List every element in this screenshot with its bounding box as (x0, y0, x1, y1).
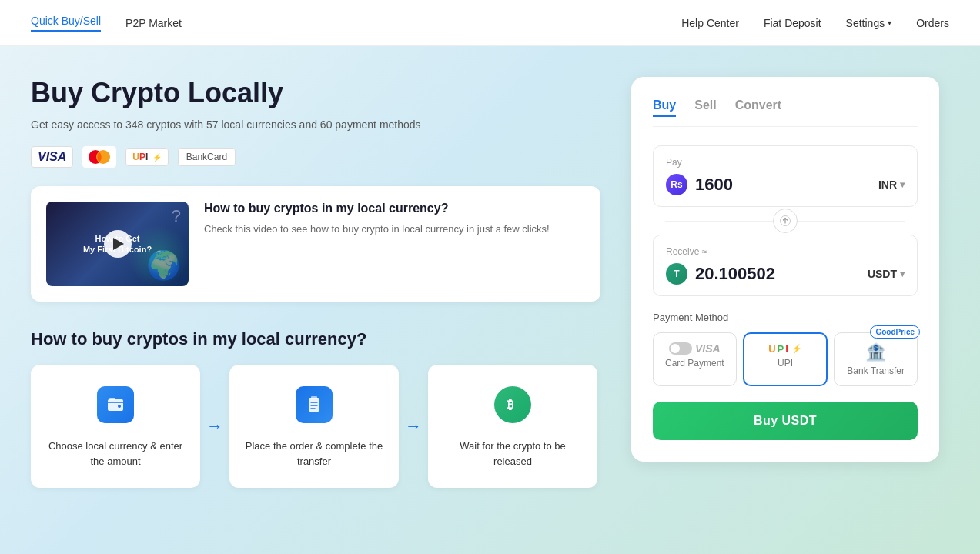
step-1-text: Choose local currency & enter the amount (43, 439, 188, 469)
pay-field-left: Rs (666, 174, 772, 195)
hero-subtitle: Get easy access to 348 cryptos with 57 l… (31, 118, 600, 131)
pay-field-box: Pay Rs INR ▾ (653, 145, 918, 207)
left-panel: Buy Crypto Locally Get easy access to 34… (31, 77, 600, 488)
pay-currency-selector[interactable]: INR ▾ (878, 179, 905, 191)
step-1-icon (94, 383, 137, 426)
step-card-2: Place the order & complete the transfer (229, 365, 399, 488)
pay-amount-input[interactable] (695, 175, 772, 195)
tab-sell[interactable]: Sell (694, 98, 716, 117)
svg-rect-3 (108, 399, 123, 411)
tab-buy[interactable]: Buy (653, 98, 676, 117)
pay-field-row: Rs INR ▾ (666, 174, 905, 195)
tab-convert[interactable]: Convert (735, 98, 781, 117)
steps-row: Choose local currency & enter the amount… (31, 365, 600, 488)
bank-icon: 🏦 (865, 342, 886, 362)
upi-lightning-icon: ⚡ (791, 344, 802, 354)
receive-amount: 20.100502 (695, 264, 775, 284)
payment-method-label: Payment Method (653, 312, 918, 323)
step-card-3: ₿ Wait for the crypto to be released (428, 365, 597, 488)
visa-logo: VISA (31, 146, 73, 168)
upi-payment-name: UPI (778, 358, 793, 369)
swap-button[interactable] (773, 209, 798, 233)
step-card-1: Choose local currency & enter the amount (31, 365, 200, 488)
upi-logo: UPI ⚡ (125, 148, 168, 166)
usdt-icon: T (666, 263, 687, 285)
bank-transfer-name: Bank Transfer (847, 365, 905, 376)
svg-point-4 (118, 405, 121, 408)
receive-field-row: T 20.100502 USDT ▾ (666, 263, 905, 285)
settings-chevron-icon: ▾ (888, 18, 891, 27)
step-arrow-1: → (206, 416, 223, 436)
step-arrow-2: → (405, 416, 422, 436)
nav-right: Help Center Fiat Deposit Settings ▾ Orde… (681, 17, 949, 29)
svg-rect-6 (309, 398, 319, 412)
toggle-icon (669, 342, 692, 355)
question-icon: ? (172, 206, 181, 226)
video-thumbnail[interactable]: How to Get My First Bitcoin? 🌍 ? (46, 202, 189, 286)
receive-label: Receive ≈ (666, 246, 905, 257)
payment-option-upi[interactable]: U P I ⚡ UPI (743, 332, 828, 386)
nav-settings[interactable]: Settings ▾ (846, 17, 892, 29)
right-panel: Buy Sell Convert Pay Rs INR ▾ (631, 77, 939, 488)
receive-field-box: Receive ≈ T 20.100502 USDT ▾ (653, 235, 918, 296)
bitcoin-icon: ₿ (494, 386, 531, 423)
mastercard-logo (82, 146, 116, 168)
payment-options: VISA Card Payment U P I ⚡ UPI Goo (653, 332, 918, 386)
nav-left: Quick Buy/Sell P2P Market (31, 15, 182, 32)
good-price-badge: GoodPrice (870, 325, 920, 339)
main-content: Buy Crypto Locally Get easy access to 34… (0, 46, 980, 503)
step-3-icon: ₿ (491, 383, 534, 426)
swap-area (653, 207, 918, 235)
inr-icon: Rs (666, 174, 687, 195)
nav-quick-buy-sell[interactable]: Quick Buy/Sell (31, 15, 101, 32)
svg-rect-5 (109, 398, 115, 400)
payment-option-bank[interactable]: GoodPrice 🏦 Bank Transfer (834, 332, 918, 386)
nav-orders[interactable]: Orders (916, 17, 949, 29)
card-payment-name: Card Payment (665, 358, 724, 369)
navbar: Quick Buy/Sell P2P Market Help Center Fi… (0, 0, 980, 46)
step-3-text: Wait for the crypto to be released (440, 439, 585, 469)
buy-button[interactable]: Buy USDT (653, 402, 918, 440)
svg-text:₿: ₿ (507, 398, 513, 411)
widget-tabs: Buy Sell Convert (653, 98, 918, 127)
page-title: Buy Crypto Locally (31, 77, 600, 109)
visa-payment-icon: VISA (669, 342, 721, 355)
trade-widget: Buy Sell Convert Pay Rs INR ▾ (631, 77, 939, 462)
video-title: How to buy cryptos in my local currency? (204, 202, 585, 215)
clipboard-icon (296, 386, 333, 423)
how-to-title: How to buy cryptos in my local currency? (31, 329, 600, 349)
wallet-icon (97, 386, 134, 423)
step-2-text: Place the order & complete the transfer (242, 439, 386, 469)
step-2-icon (293, 383, 336, 426)
receive-currency-chevron: ▾ (900, 269, 905, 279)
bankcard-logo: BankCard (178, 148, 236, 166)
receive-currency-selector[interactable]: USDT ▾ (868, 268, 905, 280)
video-description: Check this video to see how to buy crypt… (204, 222, 585, 237)
nav-fiat-deposit[interactable]: Fiat Deposit (764, 17, 821, 29)
visa-text: VISA (695, 342, 721, 355)
video-info: How to buy cryptos in my local currency?… (204, 202, 585, 237)
payment-logos: VISA UPI ⚡ BankCard (31, 146, 600, 168)
nav-p2p-market[interactable]: P2P Market (125, 17, 182, 29)
play-button[interactable] (104, 230, 132, 258)
pay-currency-chevron: ▾ (900, 179, 905, 190)
nav-help-center[interactable]: Help Center (681, 17, 739, 29)
payment-option-card[interactable]: VISA Card Payment (653, 332, 737, 386)
pay-label: Pay (666, 157, 905, 168)
receive-field-left: T 20.100502 (666, 263, 775, 285)
svg-rect-7 (311, 396, 317, 399)
upi-payment-icon: U P I ⚡ (768, 343, 802, 355)
video-card: How to Get My First Bitcoin? 🌍 ? How to … (31, 186, 600, 302)
